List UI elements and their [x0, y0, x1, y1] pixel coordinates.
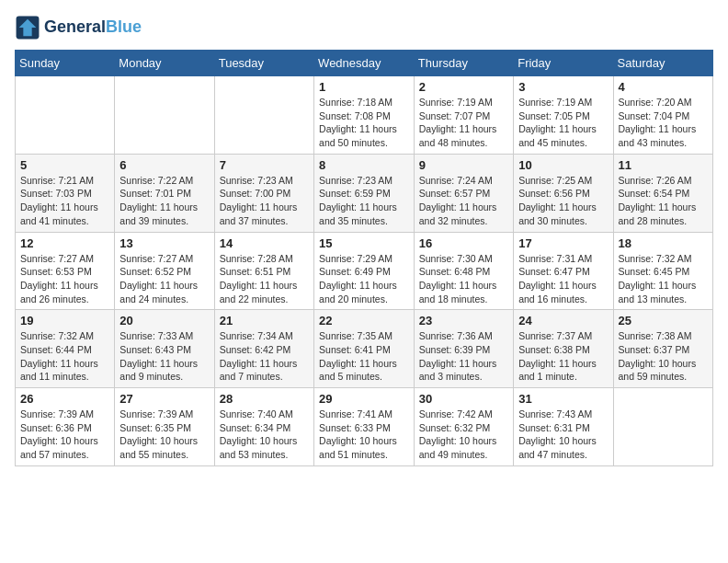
day-number: 27 — [119, 392, 209, 406]
day-number: 15 — [319, 236, 409, 250]
day-info: Sunrise: 7:33 AM Sunset: 6:43 PM Dayligh… — [119, 329, 209, 384]
day-number: 26 — [20, 392, 109, 406]
calendar-cell — [115, 76, 214, 155]
day-info: Sunrise: 7:27 AM Sunset: 6:52 PM Dayligh… — [119, 252, 209, 306]
calendar-cell: 11Sunrise: 7:26 AM Sunset: 6:54 PM Dayli… — [613, 154, 712, 232]
logo-text: GeneralBlue — [44, 18, 142, 37]
calendar-cell: 31Sunrise: 7:43 AM Sunset: 6:31 PM Dayli… — [514, 388, 613, 466]
day-info: Sunrise: 7:30 AM Sunset: 6:48 PM Dayligh… — [419, 252, 508, 306]
day-number: 10 — [518, 158, 608, 172]
calendar-cell — [613, 388, 712, 466]
day-info: Sunrise: 7:37 AM Sunset: 6:38 PM Dayligh… — [518, 329, 608, 384]
day-number: 24 — [518, 314, 608, 327]
day-number: 5 — [20, 158, 109, 172]
day-info: Sunrise: 7:23 AM Sunset: 6:59 PM Dayligh… — [319, 174, 409, 228]
day-info: Sunrise: 7:43 AM Sunset: 6:31 PM Dayligh… — [518, 408, 608, 462]
day-info: Sunrise: 7:25 AM Sunset: 6:56 PM Dayligh… — [518, 174, 608, 228]
calendar-cell: 13Sunrise: 7:27 AM Sunset: 6:52 PM Dayli… — [115, 232, 214, 310]
day-number: 22 — [319, 314, 409, 327]
day-info: Sunrise: 7:39 AM Sunset: 6:35 PM Dayligh… — [119, 408, 209, 462]
day-number: 16 — [419, 236, 508, 250]
day-number: 1 — [319, 80, 409, 94]
calendar-cell: 16Sunrise: 7:30 AM Sunset: 6:48 PM Dayli… — [414, 232, 513, 310]
calendar-cell: 4Sunrise: 7:20 AM Sunset: 7:04 PM Daylig… — [613, 76, 712, 155]
day-number: 13 — [119, 236, 209, 250]
day-info: Sunrise: 7:35 AM Sunset: 6:41 PM Dayligh… — [319, 329, 409, 384]
day-number: 20 — [119, 314, 209, 327]
calendar-cell: 6Sunrise: 7:22 AM Sunset: 7:01 PM Daylig… — [115, 154, 214, 232]
day-number: 6 — [119, 158, 209, 172]
calendar-cell: 20Sunrise: 7:33 AM Sunset: 6:43 PM Dayli… — [115, 310, 214, 388]
weekday-header-tuesday: Tuesday — [214, 51, 313, 76]
calendar-cell: 19Sunrise: 7:32 AM Sunset: 6:44 PM Dayli… — [16, 310, 115, 388]
calendar-cell: 23Sunrise: 7:36 AM Sunset: 6:39 PM Dayli… — [414, 310, 513, 388]
day-number: 30 — [419, 392, 508, 406]
calendar-cell: 22Sunrise: 7:35 AM Sunset: 6:41 PM Dayli… — [314, 310, 415, 388]
day-info: Sunrise: 7:31 AM Sunset: 6:47 PM Dayligh… — [518, 252, 608, 306]
calendar-cell: 9Sunrise: 7:24 AM Sunset: 6:57 PM Daylig… — [414, 154, 513, 232]
calendar-table: SundayMondayTuesdayWednesdayThursdayFrid… — [15, 50, 713, 466]
calendar-cell: 18Sunrise: 7:32 AM Sunset: 6:45 PM Dayli… — [613, 232, 712, 310]
calendar-cell: 24Sunrise: 7:37 AM Sunset: 6:38 PM Dayli… — [514, 310, 613, 388]
calendar-week-5: 26Sunrise: 7:39 AM Sunset: 6:36 PM Dayli… — [16, 388, 713, 466]
day-number: 2 — [419, 80, 508, 94]
day-number: 18 — [619, 236, 708, 250]
calendar-cell: 21Sunrise: 7:34 AM Sunset: 6:42 PM Dayli… — [214, 310, 313, 388]
day-number: 19 — [20, 314, 109, 327]
day-number: 23 — [419, 314, 508, 327]
day-number: 11 — [619, 158, 708, 172]
calendar-week-4: 19Sunrise: 7:32 AM Sunset: 6:44 PM Dayli… — [16, 310, 713, 388]
day-info: Sunrise: 7:40 AM Sunset: 6:34 PM Dayligh… — [220, 408, 309, 462]
calendar-cell: 17Sunrise: 7:31 AM Sunset: 6:47 PM Dayli… — [514, 232, 613, 310]
day-info: Sunrise: 7:29 AM Sunset: 6:49 PM Dayligh… — [319, 252, 409, 306]
day-info: Sunrise: 7:20 AM Sunset: 7:04 PM Dayligh… — [619, 96, 708, 150]
logo: GeneralBlue — [15, 15, 142, 40]
day-number: 12 — [20, 236, 109, 250]
weekday-header-wednesday: Wednesday — [314, 51, 415, 76]
logo-icon — [15, 15, 40, 40]
weekday-header-friday: Friday — [514, 51, 613, 76]
calendar-cell: 29Sunrise: 7:41 AM Sunset: 6:33 PM Dayli… — [314, 388, 415, 466]
page-header: GeneralBlue — [15, 15, 713, 40]
weekday-header-row: SundayMondayTuesdayWednesdayThursdayFrid… — [16, 51, 713, 76]
calendar-cell: 10Sunrise: 7:25 AM Sunset: 6:56 PM Dayli… — [514, 154, 613, 232]
day-number: 14 — [220, 236, 309, 250]
day-number: 21 — [220, 314, 309, 327]
calendar-cell: 25Sunrise: 7:38 AM Sunset: 6:37 PM Dayli… — [613, 310, 712, 388]
calendar-cell: 27Sunrise: 7:39 AM Sunset: 6:35 PM Dayli… — [115, 388, 214, 466]
calendar-cell — [16, 76, 115, 155]
weekday-header-thursday: Thursday — [414, 51, 513, 76]
day-info: Sunrise: 7:34 AM Sunset: 6:42 PM Dayligh… — [220, 329, 309, 384]
calendar-cell: 12Sunrise: 7:27 AM Sunset: 6:53 PM Dayli… — [16, 232, 115, 310]
calendar-cell: 7Sunrise: 7:23 AM Sunset: 7:00 PM Daylig… — [214, 154, 313, 232]
calendar-week-2: 5Sunrise: 7:21 AM Sunset: 7:03 PM Daylig… — [16, 154, 713, 232]
day-number: 28 — [220, 392, 309, 406]
day-number: 31 — [518, 392, 608, 406]
calendar-week-1: 1Sunrise: 7:18 AM Sunset: 7:08 PM Daylig… — [16, 76, 713, 155]
day-number: 9 — [419, 158, 508, 172]
day-number: 25 — [619, 314, 708, 327]
calendar-cell: 5Sunrise: 7:21 AM Sunset: 7:03 PM Daylig… — [16, 154, 115, 232]
day-info: Sunrise: 7:32 AM Sunset: 6:45 PM Dayligh… — [619, 252, 708, 306]
day-number: 17 — [518, 236, 608, 250]
day-info: Sunrise: 7:23 AM Sunset: 7:00 PM Dayligh… — [220, 174, 309, 228]
day-info: Sunrise: 7:36 AM Sunset: 6:39 PM Dayligh… — [419, 329, 508, 384]
day-info: Sunrise: 7:21 AM Sunset: 7:03 PM Dayligh… — [20, 174, 109, 228]
calendar-cell: 28Sunrise: 7:40 AM Sunset: 6:34 PM Dayli… — [214, 388, 313, 466]
weekday-header-sunday: Sunday — [16, 51, 115, 76]
day-info: Sunrise: 7:26 AM Sunset: 6:54 PM Dayligh… — [619, 174, 708, 228]
day-info: Sunrise: 7:39 AM Sunset: 6:36 PM Dayligh… — [20, 408, 109, 462]
calendar-cell: 14Sunrise: 7:28 AM Sunset: 6:51 PM Dayli… — [214, 232, 313, 310]
day-number: 7 — [220, 158, 309, 172]
day-number: 4 — [619, 80, 708, 94]
calendar-cell: 2Sunrise: 7:19 AM Sunset: 7:07 PM Daylig… — [414, 76, 513, 155]
weekday-header-monday: Monday — [115, 51, 214, 76]
weekday-header-saturday: Saturday — [613, 51, 712, 76]
day-number: 8 — [319, 158, 409, 172]
day-info: Sunrise: 7:22 AM Sunset: 7:01 PM Dayligh… — [119, 174, 209, 228]
day-info: Sunrise: 7:19 AM Sunset: 7:07 PM Dayligh… — [419, 96, 508, 150]
calendar-cell — [214, 76, 313, 155]
day-info: Sunrise: 7:42 AM Sunset: 6:32 PM Dayligh… — [419, 408, 508, 462]
day-info: Sunrise: 7:18 AM Sunset: 7:08 PM Dayligh… — [319, 96, 409, 150]
calendar-cell: 30Sunrise: 7:42 AM Sunset: 6:32 PM Dayli… — [414, 388, 513, 466]
